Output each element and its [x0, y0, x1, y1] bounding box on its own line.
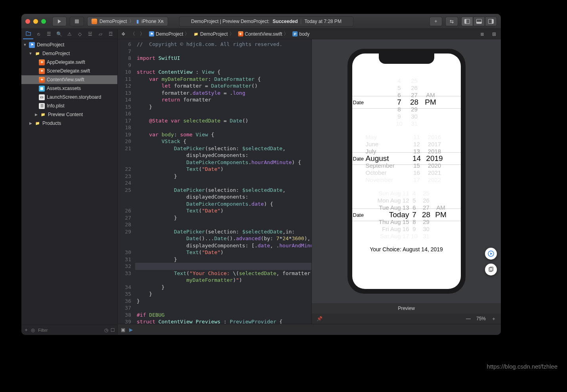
date-picker[interactable]: Date4567891025262728293031AMPM [352, 77, 461, 127]
left-panel-icon [464, 19, 470, 24]
date-picker[interactable]: DateSun Aug 11Mon Aug 12Tue Aug 13TodayT… [352, 190, 461, 240]
storyboard-icon: ▭ [39, 94, 45, 100]
tree-root[interactable]: ▼ ⚑ DemoProject [21, 40, 117, 49]
toggle-navigator-button[interactable] [461, 17, 473, 26]
debug-bar: ▣ ▶ [118, 324, 501, 335]
disclosure-triangle-icon[interactable]: ▶ [29, 121, 32, 125]
library-button[interactable]: ＋ [430, 17, 442, 26]
file-scenedelegate[interactable]: ✦ SceneDelegate.swift [21, 67, 117, 75]
pin-preview-button[interactable]: 📌 [317, 316, 323, 321]
code-review-button[interactable]: ⇆ [445, 17, 458, 26]
navigator-filter-input[interactable] [37, 327, 102, 333]
picker-wheel[interactable]: Sun Aug 11Mon Aug 12Tue Aug 13TodayThu A… [366, 190, 409, 240]
scheme-selector[interactable]: DemoProject 〉 ▮ iPhone Xʀ [87, 17, 168, 26]
project-navigator-tab[interactable] [23, 29, 33, 39]
editor-options-button[interactable]: ≣ [478, 31, 487, 38]
swift-file-icon: ✦ [39, 59, 45, 65]
picker-label: Date [352, 99, 364, 105]
activity-status[interactable]: DemoProject | Preview DemoProject: Succe… [179, 16, 353, 27]
line-number-gutter: 6789101112131415161718192021222324252627… [118, 39, 135, 324]
picker-label: Date [352, 212, 364, 218]
run-button[interactable] [52, 17, 67, 26]
tree-group[interactable]: ▼ 📁 DemoProject [21, 49, 117, 58]
back-button[interactable]: 〈 [129, 31, 136, 37]
toggle-breakpoints-button[interactable]: ▣ [121, 327, 125, 333]
picker-wheel[interactable]: 25262728293031 [420, 190, 432, 240]
recent-files-button[interactable]: ◷ [104, 327, 108, 333]
picker-wheel[interactable]: 25262728293031 [408, 77, 421, 127]
stop-button[interactable] [70, 17, 84, 26]
date-picker[interactable]: DateMayJuneJulyAugustSeptemberOctoberNov… [352, 134, 461, 184]
preview-canvas[interactable]: Date4567891025262728293031AMPMDateMayJun… [312, 39, 501, 303]
jumpbar-crumb-file[interactable]: ✦ ContentView.swift〉 [237, 31, 290, 37]
file-assets[interactable]: ▦ Assets.xcassets [21, 84, 117, 93]
forward-button[interactable]: 〉 [139, 31, 146, 37]
disclosure-triangle-icon[interactable]: ▼ [29, 52, 32, 55]
folder-previewcontent[interactable]: ▶ 📁 Preview Content [21, 110, 117, 119]
filter-scope-icon[interactable]: ◎ [31, 327, 35, 333]
zoom-out-button[interactable]: — [466, 316, 471, 321]
adjust-editor-button[interactable]: ⊞ [490, 31, 498, 38]
disclosure-triangle-icon[interactable]: ▼ [23, 43, 27, 47]
titlebar: DemoProject 〉 ▮ iPhone Xʀ DemoProject | … [21, 14, 501, 29]
navigator-sidebar: ⎋ ☰ 🔍 ⚠ ◇ ☱ ▱ ☲ ▼ ⚑ DemoProject ▼ 📁 Demo… [21, 29, 118, 335]
zoom-window-button[interactable] [41, 19, 46, 24]
picker-wheel[interactable]: AMPM [433, 190, 449, 240]
duplicate-preview-button[interactable] [485, 264, 497, 275]
folder-products[interactable]: ▶ 📁 Products [21, 119, 117, 128]
source-editor[interactable]: 6789101112131415161718192021222324252627… [118, 39, 312, 324]
swift-file-icon: ✦ [39, 77, 45, 83]
code-body[interactable]: // Copyright © hdjc8.com. All rights res… [135, 39, 311, 324]
root-label: DemoProject [37, 42, 64, 48]
picker-wheel[interactable]: AMPM [423, 77, 439, 127]
scm-status-button[interactable]: ☐ [111, 327, 115, 333]
breakpoint-navigator-tab[interactable]: ▱ [95, 29, 105, 39]
minimize-window-button[interactable] [33, 19, 38, 24]
continue-button[interactable]: ▶ [129, 327, 133, 333]
preview-title: Preview [398, 306, 415, 311]
navigator-footer: ＋ ◎ ◷ ☐ [21, 325, 117, 335]
file-contentview[interactable]: ✦ ContentView.swift [21, 75, 117, 84]
add-target-button[interactable]: ＋ [24, 327, 29, 333]
scheme-project: DemoProject [99, 19, 127, 24]
choice-text-label: Your Choice: August 14, 2019 [352, 246, 461, 252]
picker-wheel[interactable]: 2016201720182019202020212022 [424, 134, 445, 184]
picker-wheel[interactable]: 45678910 [393, 77, 405, 127]
report-navigator-tab[interactable]: ☲ [105, 29, 116, 39]
scheme-device: iPhone Xʀ [141, 19, 164, 24]
jumpbar-crumb-symbol[interactable]: P body [292, 31, 310, 37]
panel-layout-segments [461, 17, 497, 26]
iphone-notch [379, 54, 434, 64]
play-icon [58, 19, 61, 23]
related-items-button[interactable]: ❖ [120, 31, 127, 37]
close-window-button[interactable] [25, 19, 30, 24]
disclosure-triangle-icon[interactable]: ▶ [34, 113, 38, 117]
preview-footer: Preview [312, 303, 501, 314]
find-navigator-tab[interactable]: 🔍 [54, 29, 64, 39]
file-infoplist[interactable]: ☰ Info.plist [21, 101, 117, 110]
picker-wheel[interactable]: 11121314151617 [411, 134, 423, 184]
swift-file-icon: ✦ [238, 31, 243, 36]
folder-icon: 📁 [34, 51, 40, 57]
symbol-navigator-tab[interactable]: ☰ [44, 29, 54, 39]
picker-wheel[interactable]: MayJuneJulyAugustSeptemberOctoberNovembe… [366, 134, 409, 184]
issue-navigator-tab[interactable]: ⚠ [64, 29, 74, 39]
debug-navigator-tab[interactable]: ☱ [85, 29, 95, 39]
app-icon [92, 19, 97, 24]
file-launchscreen[interactable]: ▭ LaunchScreen.storyboard [21, 93, 117, 101]
zoom-in-button[interactable]: ＋ [491, 316, 496, 322]
stop-icon [75, 19, 79, 23]
test-navigator-tab[interactable]: ◇ [74, 29, 85, 39]
folder-icon: 📁 [193, 31, 199, 36]
live-preview-button[interactable] [485, 248, 497, 260]
toggle-inspectors-button[interactable] [485, 17, 497, 26]
jumpbar-crumb-group[interactable]: 📁 DemoProject〉 [193, 31, 235, 37]
picker-wheel[interactable]: 45678910 [410, 190, 419, 240]
source-control-navigator-tab[interactable]: ⎋ [33, 29, 44, 39]
jumpbar-crumb-project[interactable]: ⚑ DemoProject〉 [148, 31, 190, 37]
folder-icon: 📁 [40, 112, 46, 118]
file-appdelegate[interactable]: ✦ AppDelegate.swift [21, 58, 117, 67]
status-result: Succeeded [273, 19, 298, 24]
toggle-debug-area-button[interactable] [473, 17, 485, 26]
right-panel-icon [488, 19, 494, 24]
